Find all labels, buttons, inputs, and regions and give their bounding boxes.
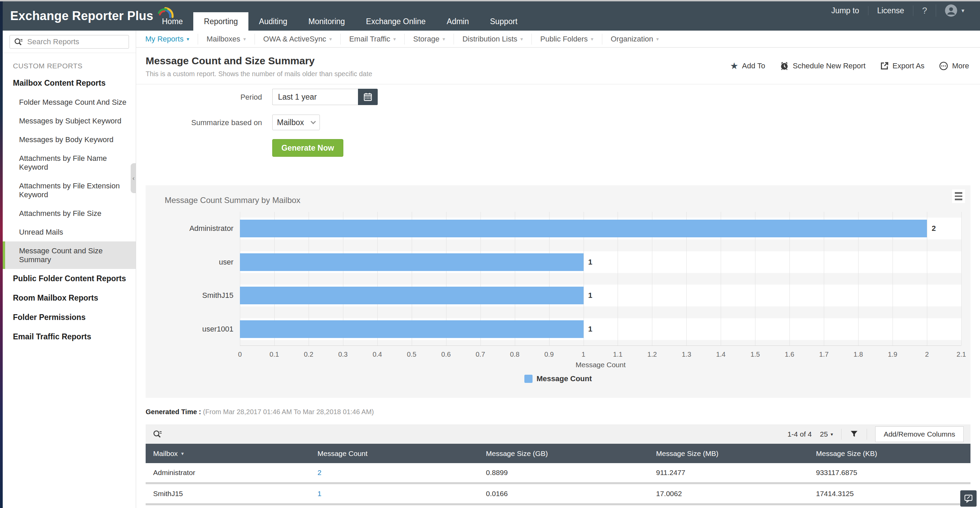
page-size-select[interactable]: 25 ▾ xyxy=(820,430,833,438)
chart-legend[interactable]: Message Count xyxy=(146,375,970,383)
x-tick-label: 0.6 xyxy=(441,351,451,359)
license-button[interactable]: License xyxy=(868,6,913,15)
more-icon xyxy=(939,61,948,71)
page-title: Message Count and Size Summary xyxy=(146,55,315,67)
schedule-label: Schedule New Report xyxy=(793,62,865,70)
x-tick-label: 0.5 xyxy=(407,351,417,359)
generated-time-label: Generated Time : xyxy=(146,408,201,416)
jump-to-label: Jump to xyxy=(831,6,859,15)
user-menu[interactable]: ▾ xyxy=(936,5,973,17)
x-tick-label: 1.1 xyxy=(613,351,623,359)
report-search xyxy=(10,35,129,49)
tab-auditing[interactable]: Auditing xyxy=(248,12,298,30)
feedback-button[interactable] xyxy=(960,490,977,506)
sidebar-item-messages-by-body-keyword[interactable]: Messages by Body Keyword xyxy=(3,130,136,149)
sidebar-item-messages-by-subject-keyword[interactable]: Messages by Subject Keyword xyxy=(3,111,136,130)
x-tick-label: 2 xyxy=(925,351,929,359)
help-button[interactable]: ? xyxy=(913,5,936,16)
sidebar-group-folder-permissions[interactable]: Folder Permissions xyxy=(3,308,136,327)
help-icon: ? xyxy=(922,5,927,16)
page-size-value: 25 xyxy=(820,430,828,438)
subnav-item-email-traffic[interactable]: Email Traffic▾ xyxy=(340,34,404,44)
subnav-item-owa-activesync[interactable]: OWA & ActiveSync▾ xyxy=(255,34,341,44)
bar-value: 1 xyxy=(588,291,592,300)
toolbar-separator xyxy=(841,429,842,440)
subnav-item-organization[interactable]: Organization▾ xyxy=(602,34,667,44)
x-tick-label: 0.9 xyxy=(544,351,554,359)
table-search-icon[interactable] xyxy=(153,429,162,439)
summarize-select[interactable]: Mailbox xyxy=(272,114,320,130)
column-header-message-size-mb[interactable]: Message Size (MB) xyxy=(649,449,808,458)
tab-reporting[interactable]: Reporting xyxy=(193,12,248,30)
cell-mailbox: SmithJ15 xyxy=(146,490,310,498)
tab-support[interactable]: Support xyxy=(479,12,528,30)
column-header-message-size-gb[interactable]: Message Size (GB) xyxy=(479,449,649,458)
search-input[interactable] xyxy=(27,37,126,47)
bar-value: 2 xyxy=(932,224,936,233)
generated-time-range: (From Mar 28,2017 01:46 AM To Mar 28,201… xyxy=(203,408,374,416)
sidebar-item-attachments-by-file-size[interactable]: Attachments by File Size xyxy=(3,204,136,223)
header-divider xyxy=(136,84,980,84)
period-input[interactable] xyxy=(272,89,358,105)
add-remove-columns-button[interactable]: Add/Remove Columns xyxy=(875,426,964,442)
subnav-item-mailboxes[interactable]: Mailboxes▾ xyxy=(198,34,255,44)
table-body: Administrator20.8899911.2477933117.6875S… xyxy=(146,463,970,505)
cell-message-count[interactable]: 1 xyxy=(310,490,479,498)
sidebar-item-attachments-by-file-extension-keyword[interactable]: Attachments by File Extension Keyword xyxy=(3,176,136,204)
column-header-label: Message Size (KB) xyxy=(816,449,877,458)
tab-exchange-online[interactable]: Exchange Online xyxy=(356,12,436,30)
table-row: SmithJ1510.016617.006217414.3125 xyxy=(146,484,970,505)
subnav-item-public-folders[interactable]: Public Folders▾ xyxy=(532,34,602,44)
generate-now-button[interactable]: Generate Now xyxy=(272,139,343,157)
bar-value: 1 xyxy=(588,325,592,333)
subnav-item-label: Email Traffic xyxy=(349,35,390,43)
more-button[interactable]: More xyxy=(939,61,969,71)
sidebar-group-email-traffic-reports[interactable]: Email Traffic Reports xyxy=(3,327,136,346)
sidebar-group-mailbox-content-reports[interactable]: Mailbox Content Reports xyxy=(3,73,136,93)
gridline xyxy=(927,212,927,346)
cell-message-size-kb: 933117.6875 xyxy=(808,468,970,477)
brand: Exchange Reporter Plus xyxy=(10,6,174,25)
column-header-label: Mailbox xyxy=(153,449,178,458)
chevron-down-icon xyxy=(311,119,316,124)
sidebar-item-message-count-and-size-summary[interactable]: Message Count and Size Summary xyxy=(3,241,136,269)
export-as-button[interactable]: Export As xyxy=(880,62,924,70)
category-label: user xyxy=(146,258,234,267)
category-label: SmithJ15 xyxy=(146,291,234,300)
chevron-down-icon: ▾ xyxy=(591,36,593,42)
chart-menu-button[interactable] xyxy=(952,189,965,203)
sidebar-item-attachments-by-file-name-keyword[interactable]: Attachments by File Name Keyword xyxy=(3,149,136,176)
sidebar-collapse-handle[interactable]: ‹ xyxy=(130,163,137,193)
sidebar-group-room-mailbox-reports[interactable]: Room Mailbox Reports xyxy=(3,288,136,308)
tab-admin[interactable]: Admin xyxy=(436,12,479,30)
data-table: Mailbox▾Message CountMessage Size (GB)Me… xyxy=(146,444,970,505)
cell-message-size-mb: 911.2477 xyxy=(649,468,808,477)
x-tick-label: 1.8 xyxy=(853,351,863,359)
add-to-button[interactable]: ★ Add To xyxy=(730,62,765,71)
subnav-item-distribution-lists[interactable]: Distribution Lists▾ xyxy=(454,34,532,44)
tab-monitoring[interactable]: Monitoring xyxy=(298,12,355,30)
sidebar-group-public-folder-content-reports[interactable]: Public Folder Content Reports xyxy=(3,269,136,288)
filter-button[interactable] xyxy=(850,430,859,439)
column-header-mailbox[interactable]: Mailbox▾ xyxy=(146,449,310,458)
subnav-item-my-reports[interactable]: My Reports▾ xyxy=(137,34,198,44)
sidebar-item-unread-mails[interactable]: Unread Mails xyxy=(3,223,136,241)
subnav-item-storage[interactable]: Storage▾ xyxy=(404,34,454,44)
tab-home[interactable]: Home xyxy=(151,12,193,30)
pagination-text: 1-4 of 4 xyxy=(788,430,811,438)
x-axis-title: Message Count xyxy=(240,361,961,369)
gridline xyxy=(961,212,962,346)
column-header-message-size-kb[interactable]: Message Size (KB) xyxy=(808,449,970,458)
chevron-down-icon: ▾ xyxy=(961,7,964,14)
cell-message-size-gb: 0.8899 xyxy=(479,468,649,477)
schedule-new-report-button[interactable]: Schedule New Report xyxy=(780,61,865,71)
sidebar-item-folder-message-count-and-size[interactable]: Folder Message Count And Size xyxy=(3,93,136,111)
column-header-message-count[interactable]: Message Count xyxy=(310,449,479,458)
chevron-down-icon: ▾ xyxy=(830,432,833,437)
bar-value: 1 xyxy=(588,258,592,267)
jump-to-button[interactable]: Jump to xyxy=(822,6,868,15)
primary-tabs: HomeReportingAuditingMonitoringExchange … xyxy=(151,12,528,30)
cell-message-count[interactable]: 2 xyxy=(310,468,479,477)
calendar-button[interactable] xyxy=(358,89,378,105)
star-icon: ★ xyxy=(730,62,738,71)
